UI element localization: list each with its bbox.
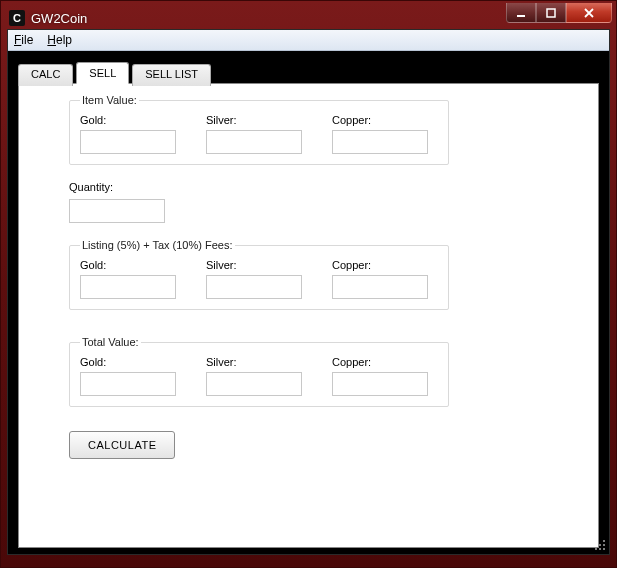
- item-copper-label: Copper:: [332, 114, 430, 126]
- tabstrip: CALC SELL SELL LIST: [18, 62, 599, 84]
- item-silver-input[interactable]: [206, 130, 302, 154]
- quantity-block: Quantity:: [69, 181, 449, 223]
- total-copper-input[interactable]: [332, 372, 428, 396]
- calculate-button[interactable]: CALCULATE: [69, 431, 175, 459]
- item-copper-input[interactable]: [332, 130, 428, 154]
- content-region: CALC SELL SELL LIST Item Value: Gold: Si…: [8, 51, 609, 554]
- tab-calc[interactable]: CALC: [18, 64, 73, 86]
- tab-sell-list[interactable]: SELL LIST: [132, 64, 211, 86]
- total-copper-label: Copper:: [332, 356, 430, 368]
- group-fees: Listing (5%) + Tax (10%) Fees: Gold: Sil…: [69, 239, 449, 310]
- svg-rect-1: [547, 9, 555, 17]
- menu-file[interactable]: File: [14, 33, 33, 47]
- menu-help[interactable]: Help: [47, 33, 72, 47]
- svg-rect-2: [603, 540, 605, 542]
- group-total: Total Value: Gold: Silver: Copper:: [69, 336, 449, 407]
- group-total-title: Total Value:: [80, 336, 141, 348]
- minimize-button[interactable]: [506, 3, 536, 23]
- tab-page-sell: Item Value: Gold: Silver: Copper:: [18, 83, 599, 548]
- titlebar: C GW2Coin: [7, 7, 610, 29]
- svg-rect-3: [599, 544, 601, 546]
- svg-rect-7: [603, 548, 605, 550]
- menubar: File Help: [8, 30, 609, 51]
- total-gold-label: Gold:: [80, 356, 178, 368]
- tab-sell[interactable]: SELL: [76, 62, 129, 84]
- fees-gold-label: Gold:: [80, 259, 178, 271]
- total-silver-label: Silver:: [206, 356, 304, 368]
- svg-rect-5: [595, 548, 597, 550]
- close-button[interactable]: [566, 3, 612, 23]
- fees-silver-input[interactable]: [206, 275, 302, 299]
- total-gold-input[interactable]: [80, 372, 176, 396]
- window-title: GW2Coin: [31, 11, 87, 26]
- client-area: File Help CALC SELL SELL LIST Item Value…: [7, 29, 610, 555]
- svg-rect-0: [517, 15, 525, 17]
- fees-copper-label: Copper:: [332, 259, 430, 271]
- fees-copper-input[interactable]: [332, 275, 428, 299]
- item-silver-label: Silver:: [206, 114, 304, 126]
- group-item-value: Item Value: Gold: Silver: Copper:: [69, 94, 449, 165]
- item-gold-input[interactable]: [80, 130, 176, 154]
- quantity-input[interactable]: [69, 199, 165, 223]
- maximize-button[interactable]: [536, 3, 566, 23]
- quantity-label: Quantity:: [69, 181, 449, 193]
- window-frame: C GW2Coin File Help CALC SELL SELL LIST: [0, 0, 617, 568]
- group-item-value-title: Item Value:: [80, 94, 139, 106]
- fees-silver-label: Silver:: [206, 259, 304, 271]
- total-silver-input[interactable]: [206, 372, 302, 396]
- svg-rect-6: [599, 548, 601, 550]
- group-fees-title: Listing (5%) + Tax (10%) Fees:: [80, 239, 235, 251]
- app-icon: C: [9, 10, 25, 26]
- item-gold-label: Gold:: [80, 114, 178, 126]
- fees-gold-input[interactable]: [80, 275, 176, 299]
- svg-rect-4: [603, 544, 605, 546]
- window-controls: [506, 3, 612, 23]
